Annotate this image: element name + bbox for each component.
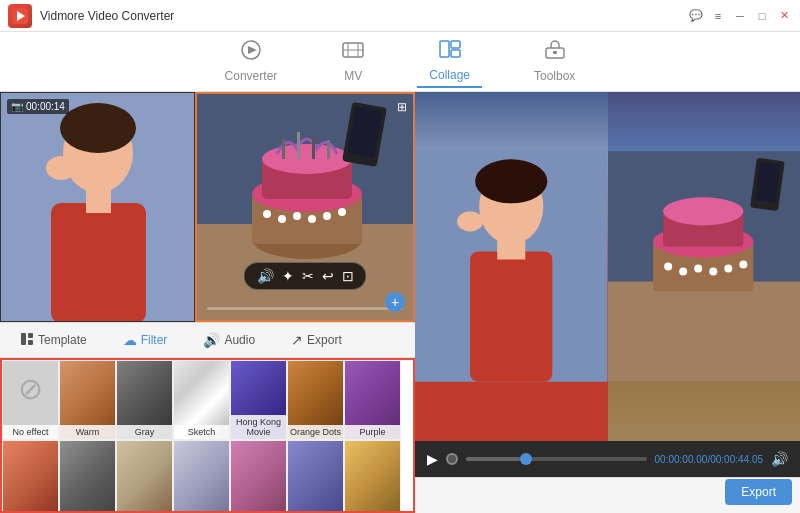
filter-r2-4[interactable] bbox=[173, 440, 230, 513]
svg-rect-29 bbox=[327, 140, 330, 159]
tab-filter[interactable]: ☁ Filter bbox=[115, 328, 176, 352]
video-toolbar: 🔊 ✦ ✂ ↩ ⊡ bbox=[244, 262, 367, 290]
preview-right-clip bbox=[608, 92, 801, 441]
filter-hk-label: Hong Kong Movie bbox=[231, 415, 286, 439]
preview-left-clip bbox=[415, 92, 608, 441]
video-progress-bar bbox=[207, 307, 403, 310]
svg-rect-38 bbox=[21, 333, 26, 345]
preview-video-area bbox=[415, 92, 800, 441]
tab-toolbox[interactable]: Toolbox bbox=[522, 36, 587, 87]
mv-icon bbox=[341, 40, 365, 65]
tab-audio[interactable]: 🔊 Audio bbox=[195, 328, 263, 352]
export-button[interactable]: Export bbox=[725, 479, 792, 505]
svg-rect-12 bbox=[553, 51, 557, 54]
chat-icon[interactable]: 💬 bbox=[688, 8, 704, 24]
svg-rect-16 bbox=[51, 203, 146, 322]
filter-gray[interactable]: Gray bbox=[116, 360, 173, 440]
filter-grid: ⊘ No effect Warm Gray Sketch Hong Kong M… bbox=[0, 358, 415, 513]
restore-button[interactable]: □ bbox=[754, 8, 770, 24]
preview-controls: ▶ 00:00:00.00/00:00:44.05 🔊 bbox=[415, 441, 800, 477]
svg-point-25 bbox=[262, 144, 352, 174]
rotate-tool-icon[interactable]: ↩ bbox=[322, 268, 334, 284]
no-effect-icon: ⊘ bbox=[18, 371, 43, 406]
video-clip-1[interactable]: 📷 00:00:14 bbox=[0, 92, 195, 322]
svg-rect-28 bbox=[312, 136, 315, 159]
play-button[interactable]: ▶ bbox=[427, 451, 438, 467]
filter-r2-3[interactable] bbox=[116, 440, 173, 513]
tab-export[interactable]: ↗ Export bbox=[283, 328, 350, 352]
svg-point-36 bbox=[323, 212, 331, 220]
tab-template[interactable]: Template bbox=[12, 328, 95, 353]
minimize-button[interactable]: ─ bbox=[732, 8, 748, 24]
cut-tool-icon[interactable]: ✂ bbox=[302, 268, 314, 284]
menu-icon[interactable]: ≡ bbox=[710, 8, 726, 24]
filter-warm[interactable]: Warm bbox=[59, 360, 116, 440]
filter-warm-label: Warm bbox=[60, 425, 115, 439]
toolbox-label: Toolbox bbox=[534, 69, 575, 83]
svg-point-56 bbox=[709, 268, 717, 276]
timeline-progress[interactable] bbox=[466, 457, 647, 461]
left-panel: 📷 00:00:14 bbox=[0, 92, 415, 513]
filter-r2-2[interactable] bbox=[59, 440, 116, 513]
filter-no-effect[interactable]: ⊘ No effect bbox=[2, 360, 59, 440]
filter-gray-label: Gray bbox=[117, 425, 172, 439]
tab-collage[interactable]: Collage bbox=[417, 35, 482, 88]
video-timestamp: 📷 00:00:14 bbox=[7, 99, 69, 114]
filter-orange-label: Orange Dots bbox=[288, 425, 343, 439]
svg-point-32 bbox=[263, 210, 271, 218]
svg-point-18 bbox=[46, 156, 76, 180]
filter-orange-dots[interactable]: Orange Dots bbox=[287, 360, 344, 440]
video-clip-2[interactable]: ⊞ 🔊 ✦ ✂ ↩ ⊡ + bbox=[195, 92, 415, 322]
collage-label: Collage bbox=[429, 68, 470, 82]
export-tab-label: Export bbox=[307, 333, 342, 347]
template-icon bbox=[20, 332, 34, 349]
tab-mv[interactable]: MV bbox=[329, 36, 377, 87]
filter-row-2 bbox=[2, 440, 413, 513]
filter-purple[interactable]: Purple bbox=[344, 360, 401, 440]
split-tool-icon[interactable]: ⊡ bbox=[342, 268, 354, 284]
bottom-bar: Export bbox=[415, 477, 800, 513]
filter-hk-movie[interactable]: Hong Kong Movie bbox=[230, 360, 287, 440]
volume-icon[interactable]: 🔊 bbox=[771, 451, 788, 467]
close-button[interactable]: ✕ bbox=[776, 8, 792, 24]
svg-point-34 bbox=[293, 212, 301, 220]
filter-label: Filter bbox=[141, 333, 168, 347]
export-tab-icon: ↗ bbox=[291, 332, 303, 348]
svg-rect-45 bbox=[497, 239, 525, 259]
svg-point-46 bbox=[457, 211, 483, 231]
time-display: 00:00:00.00/00:00:44.05 bbox=[655, 454, 763, 465]
camera-icon: 📷 bbox=[11, 101, 23, 112]
right-panel: ▶ 00:00:00.00/00:00:44.05 🔊 Export bbox=[415, 92, 800, 513]
filter-sketch[interactable]: Sketch bbox=[173, 360, 230, 440]
svg-point-57 bbox=[724, 264, 732, 272]
nav-bar: Converter MV Collage bbox=[0, 32, 800, 92]
svg-point-15 bbox=[60, 103, 136, 153]
star-tool-icon[interactable]: ✦ bbox=[282, 268, 294, 284]
svg-marker-3 bbox=[248, 46, 257, 54]
svg-rect-17 bbox=[86, 188, 111, 213]
filter-icon: ☁ bbox=[123, 332, 137, 348]
svg-rect-44 bbox=[470, 251, 552, 381]
filter-r2-5[interactable] bbox=[230, 440, 287, 513]
filter-no-effect-label: No effect bbox=[3, 425, 58, 439]
svg-point-53 bbox=[664, 262, 672, 270]
toolbox-icon bbox=[543, 40, 567, 65]
tab-bar: Template ☁ Filter 🔊 Audio ↗ Export bbox=[0, 322, 415, 358]
filter-r2-6[interactable] bbox=[287, 440, 344, 513]
svg-point-43 bbox=[475, 159, 547, 203]
svg-rect-40 bbox=[28, 340, 33, 345]
tab-converter[interactable]: Converter bbox=[213, 36, 290, 87]
svg-point-52 bbox=[663, 197, 743, 225]
svg-rect-10 bbox=[451, 50, 460, 57]
filter-r2-7[interactable] bbox=[344, 440, 401, 513]
svg-point-33 bbox=[278, 215, 286, 223]
svg-rect-27 bbox=[297, 132, 300, 159]
converter-icon bbox=[239, 40, 263, 65]
mv-label: MV bbox=[344, 69, 362, 83]
volume-tool-icon[interactable]: 🔊 bbox=[257, 268, 274, 284]
svg-rect-8 bbox=[440, 41, 449, 57]
filter-r2-1[interactable] bbox=[2, 440, 59, 513]
progress-handle[interactable] bbox=[520, 453, 532, 465]
grid-icon: ⊞ bbox=[397, 100, 407, 114]
add-clip-button[interactable]: + bbox=[385, 292, 405, 312]
